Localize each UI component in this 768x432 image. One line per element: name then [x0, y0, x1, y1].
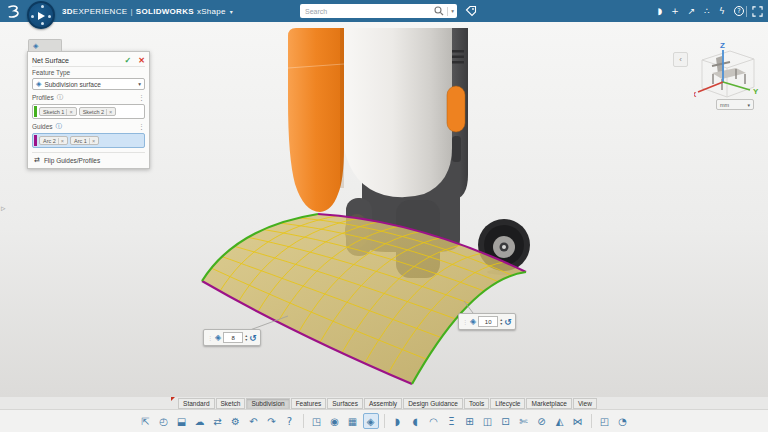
- selection-chip[interactable]: Sketch 1×: [39, 107, 77, 116]
- flip-guides-profiles-button[interactable]: ⇄ Flip Guides/Profiles: [32, 152, 145, 164]
- undo-icon[interactable]: ↶: [246, 413, 262, 429]
- dialog-tab[interactable]: ◈: [28, 39, 62, 51]
- collaboration-icon[interactable]: ∴: [704, 6, 710, 16]
- style-subdivision-icon[interactable]: ◈: [363, 413, 379, 429]
- view-orientation-triad[interactable]: Z X Y: [694, 40, 766, 102]
- options-icon[interactable]: ⚙: [228, 413, 244, 429]
- tab-features[interactable]: Features: [291, 398, 327, 409]
- remove-chip-icon[interactable]: ×: [106, 109, 114, 115]
- value-stepper[interactable]: ▴▾: [500, 318, 502, 325]
- brand-solidworks: SOLIDWORKS: [136, 7, 194, 16]
- dassault-3ds-logo[interactable]: [5, 4, 22, 19]
- 3dexperience-compass[interactable]: [27, 1, 55, 29]
- explore-sphere-icon[interactable]: ◉: [327, 413, 343, 429]
- cancel-icon[interactable]: ✕: [138, 56, 145, 65]
- division-count-input[interactable]: [223, 332, 243, 343]
- remove-chip-icon[interactable]: ×: [58, 138, 66, 144]
- chevron-down-icon[interactable]: ▾: [230, 8, 233, 15]
- guides-input[interactable]: Arc 2×Arc 1×: [32, 133, 145, 148]
- cloud-save-icon[interactable]: ☁: [192, 413, 208, 429]
- chip-label: Arc 2: [43, 138, 56, 144]
- surface-fill-icon[interactable]: ◖: [408, 413, 424, 429]
- history-icon[interactable]: ◴: [156, 413, 172, 429]
- remove-chip-icon[interactable]: ×: [89, 138, 97, 144]
- add-content-icon[interactable]: +: [671, 6, 679, 16]
- search-icon[interactable]: [434, 6, 444, 16]
- tab-subdivision[interactable]: Subdivision: [246, 398, 289, 409]
- tab-lifecycle[interactable]: Lifecycle: [490, 398, 525, 409]
- reset-icon[interactable]: ↺: [249, 333, 257, 343]
- tab-view[interactable]: View: [573, 398, 597, 409]
- units-value: mm: [720, 102, 729, 108]
- net-surface-icon[interactable]: ⊞: [462, 413, 478, 429]
- tag-icon[interactable]: [465, 5, 477, 17]
- profiles-input[interactable]: Sketch 1×Sketch 2×: [32, 104, 145, 119]
- compass-icon[interactable]: ◗: [657, 6, 662, 16]
- top-bar: 3DEXPERIENCE|SOLIDWORKSxShape▾ ▾ ◗+↗∴ϟ?: [0, 0, 768, 22]
- confirm-icon[interactable]: ✓: [125, 56, 132, 65]
- display-grid-icon[interactable]: ▦: [345, 413, 361, 429]
- apps-icon[interactable]: ϟ: [719, 6, 725, 16]
- app-title[interactable]: 3DEXPERIENCE|SOLIDWORKSxShape▾: [62, 0, 233, 22]
- search-scope-chevron-icon[interactable]: ▾: [451, 8, 454, 14]
- fullscreen-icon[interactable]: [752, 6, 763, 17]
- subdivision-surface-icon: ◈: [36, 80, 41, 88]
- surface-loft-icon[interactable]: ◗: [390, 413, 406, 429]
- units-dropdown[interactable]: mm ▾: [716, 99, 754, 110]
- value-stepper[interactable]: ▴▾: [245, 334, 247, 341]
- tab-tools[interactable]: Tools: [464, 398, 489, 409]
- surface-offset-icon[interactable]: ◫: [480, 413, 496, 429]
- toolbar-separator: [303, 414, 304, 428]
- surface-untrim-icon[interactable]: ⊘: [534, 413, 550, 429]
- share-model-icon[interactable]: ⇱: [138, 413, 154, 429]
- global-search[interactable]: ▾: [300, 4, 457, 18]
- dialog-title: Net Surface: [32, 57, 125, 64]
- share-icon[interactable]: ↗: [688, 6, 696, 16]
- search-input[interactable]: [305, 8, 434, 15]
- profiles-label: Profiles: [32, 94, 54, 101]
- surface-thicken-icon[interactable]: ⊡: [498, 413, 514, 429]
- redo-icon[interactable]: ↷: [264, 413, 280, 429]
- save-icon[interactable]: ⬓: [174, 413, 190, 429]
- drag-handle[interactable]: ⋮: [207, 335, 213, 341]
- brand-3d: 3D: [62, 7, 73, 16]
- feature-type-label: Feature Type: [32, 69, 145, 76]
- surface-knit-icon[interactable]: ⋈: [570, 413, 586, 429]
- help-icon[interactable]: ?: [734, 6, 744, 16]
- division-count-input[interactable]: [478, 316, 498, 327]
- divider: [447, 7, 448, 16]
- drag-handle[interactable]: ⋮: [462, 319, 468, 325]
- overflow-menu-icon[interactable]: ⋮: [138, 94, 145, 102]
- reset-icon[interactable]: ↺: [504, 317, 512, 327]
- tab-surfaces[interactable]: Surfaces: [327, 398, 363, 409]
- surface-trim-icon[interactable]: ✄: [516, 413, 532, 429]
- overflow-menu-icon[interactable]: ⋮: [138, 123, 145, 131]
- tab-sketch[interactable]: Sketch: [216, 398, 246, 409]
- primitive-sphere-icon[interactable]: ◔: [615, 413, 631, 429]
- remove-chip-icon[interactable]: ×: [66, 109, 74, 115]
- selection-chip[interactable]: Arc 1×: [70, 136, 99, 145]
- tab-design-guidance[interactable]: Design Guidance: [403, 398, 463, 409]
- expand-left-panel-handle[interactable]: ▹: [1, 203, 6, 213]
- tab-standard[interactable]: Standard: [178, 398, 214, 409]
- surface-boundary-icon[interactable]: Ξ: [444, 413, 460, 429]
- import-export-icon[interactable]: ⇄: [210, 413, 226, 429]
- selection-chip[interactable]: Arc 2×: [39, 136, 68, 145]
- selection-chip[interactable]: Sketch 2×: [79, 107, 117, 116]
- tab-marketplace[interactable]: Marketplace: [526, 398, 571, 409]
- tab-assembly[interactable]: Assembly: [364, 398, 402, 409]
- info-icon: ⓘ: [56, 122, 63, 131]
- help-icon[interactable]: ?: [282, 413, 298, 429]
- feature-type-select[interactable]: ◈ Subdivision surface ▾: [32, 78, 145, 90]
- compass-play-icon: [38, 12, 45, 20]
- primitive-box-icon[interactable]: ◰: [597, 413, 613, 429]
- net-surface-preview[interactable]: [202, 214, 526, 384]
- frame-select-icon[interactable]: ◳: [309, 413, 325, 429]
- surface-extend-icon[interactable]: ◭: [552, 413, 568, 429]
- surface-sweep-icon[interactable]: ◠: [426, 413, 442, 429]
- chip-label: Arc 1: [74, 138, 87, 144]
- info-icon: ⓘ: [57, 93, 64, 102]
- brand-app: xShape: [197, 7, 226, 16]
- collapse-panel-button[interactable]: ‹: [673, 52, 688, 67]
- action-bar: StandardSketchSubdivisionFeaturesSurface…: [0, 397, 768, 432]
